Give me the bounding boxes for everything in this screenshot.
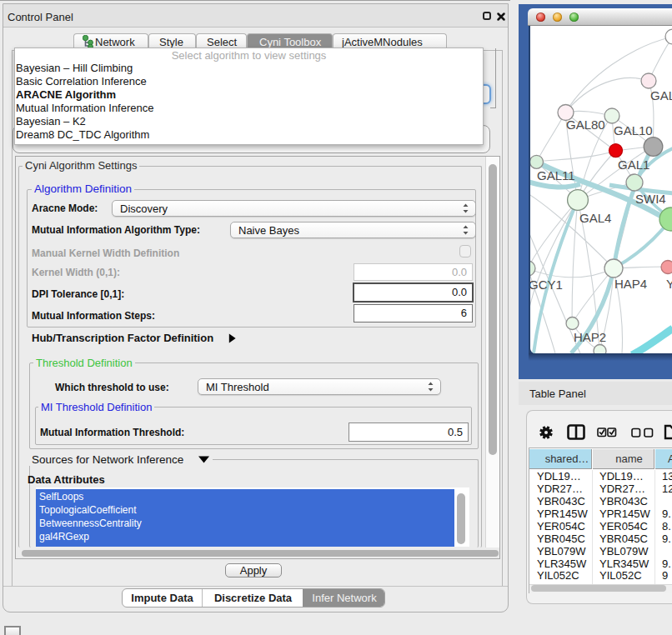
svg-text:Y: Y [666,277,672,291]
svg-text:HAP4: HAP4 [614,277,647,291]
svg-text:GAL11: GAL11 [537,168,575,182]
svg-text:SWI4: SWI4 [635,192,666,206]
svg-text:HAP2: HAP2 [574,330,606,344]
svg-text:GAL4: GAL4 [579,211,611,225]
svg-text:GAL7: GAL7 [650,88,672,102]
svg-text:GAL10: GAL10 [614,123,653,138]
svg-text:GAL80: GAL80 [566,118,605,132]
svg-text:GAL1: GAL1 [618,158,649,172]
svg-text:GCY1: GCY1 [530,278,563,292]
